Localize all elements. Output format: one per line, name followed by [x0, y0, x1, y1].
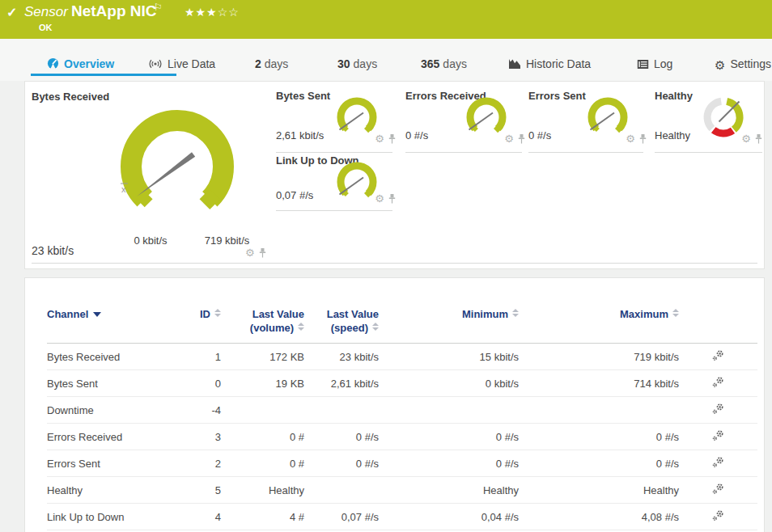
- column-sublabel: (volume): [250, 322, 294, 334]
- column-header-actions: [679, 278, 757, 344]
- gauge-settings-icon[interactable]: ⚙: [741, 135, 751, 143]
- last-value-volume: [221, 397, 304, 424]
- channel-id: 3: [189, 424, 221, 450]
- divider: [405, 152, 522, 153]
- column-label: Maximum: [620, 308, 668, 320]
- tab-2-days-label: days: [265, 57, 289, 70]
- column-label: Last Value: [327, 308, 379, 320]
- column-header-id[interactable]: ID: [189, 278, 221, 344]
- pin-icon[interactable]: [518, 134, 525, 144]
- gauge-current-value: 23 kbit/s: [32, 244, 74, 257]
- channel-settings-icon[interactable]: [712, 456, 724, 468]
- gauge-settings-icon[interactable]: ⚙: [245, 249, 255, 257]
- pin-icon[interactable]: [388, 134, 396, 144]
- gauge-max-label: 719 kbit/s: [189, 234, 265, 247]
- gauge-current-value: 2,61 kbit/s: [276, 129, 324, 141]
- stars-empty[interactable]: ☆☆: [218, 6, 240, 19]
- tab-30-days[interactable]: 30days: [337, 57, 377, 70]
- last-value-volume: 19 KB: [221, 370, 304, 397]
- priority-stars[interactable]: ★★★☆☆: [185, 6, 240, 19]
- last-value-speed: [304, 397, 379, 424]
- gauge-settings-icon[interactable]: ⚙: [375, 195, 384, 203]
- channel-name: Bytes Sent: [47, 370, 189, 397]
- gauge-settings-icon[interactable]: ⚙: [375, 135, 384, 143]
- column-label: Channel: [47, 308, 88, 320]
- gauge-tile-bytes-sent: Bytes Sent 2,61 kbit/s ⚙: [276, 87, 396, 148]
- maximum-value: 719 kbit/s: [519, 344, 679, 370]
- channel-settings-icon[interactable]: [712, 509, 724, 521]
- gauge-needle: [137, 152, 195, 196]
- last-value-speed: [304, 477, 379, 504]
- sort-icon: [298, 323, 304, 331]
- gauge-title: Healthy: [655, 90, 693, 102]
- tab-settings-label: Settings: [730, 57, 771, 70]
- channel-settings-icon[interactable]: [712, 483, 724, 495]
- last-value-volume: Healthy: [221, 477, 304, 504]
- pin-icon[interactable]: [388, 194, 396, 204]
- tab-2-days[interactable]: 2days: [255, 57, 288, 70]
- channel-name: Healthy: [47, 477, 189, 504]
- column-label: Minimum: [462, 308, 508, 320]
- tab-overview[interactable]: Overview: [47, 57, 114, 72]
- pin-icon[interactable]: [639, 134, 647, 144]
- column-label: Last Value: [252, 308, 304, 320]
- gauge-settings-icon[interactable]: ⚙: [504, 135, 514, 143]
- last-value-speed: 2,61 kbit/s: [304, 370, 379, 397]
- channel-settings-icon[interactable]: [712, 429, 724, 441]
- minimum-value: Healthy: [379, 477, 519, 504]
- column-header-maximum[interactable]: Maximum: [519, 278, 679, 344]
- tab-365-days[interactable]: 365days: [421, 57, 467, 70]
- channel-settings-icon[interactable]: [712, 376, 724, 388]
- last-value-volume: 172 KB: [221, 344, 304, 370]
- maximum-value: Healthy: [519, 477, 679, 504]
- channel-settings-icon[interactable]: [712, 403, 724, 415]
- channel-name: Link Up to Down: [47, 504, 189, 530]
- channel-settings-icon[interactable]: [712, 349, 724, 361]
- gauge-tile-actions: ⚙: [375, 194, 396, 204]
- maximum-value: 714 kbit/s: [519, 370, 679, 397]
- maximum-value: 0 #/s: [519, 424, 679, 450]
- mean-marker: x: [121, 184, 126, 194]
- column-header-minimum[interactable]: Minimum: [379, 278, 519, 344]
- tab-settings[interactable]: ⚙Settings: [715, 57, 771, 73]
- gauge-current-value: 0,07 #/s: [276, 189, 313, 201]
- table-row: Bytes Received 1 172 KB 23 kbit/s 15 kbi…: [47, 344, 757, 370]
- last-value-speed: 0 #/s: [304, 450, 379, 477]
- bytes-received-gauge: x: [96, 92, 258, 231]
- sorted-desc-icon: [93, 312, 101, 317]
- column-header-last-value-speed[interactable]: Last Value(speed): [304, 278, 379, 344]
- table-row: Link Up to Down 4 4 # 0,07 #/s 0,04 #/s …: [47, 504, 757, 530]
- maximum-value: [519, 397, 679, 424]
- pin-icon[interactable]: [755, 134, 762, 144]
- sort-icon: [512, 309, 519, 317]
- stars-filled[interactable]: ★★★: [185, 6, 218, 19]
- gear-icon: ⚙: [715, 58, 725, 73]
- last-value-speed: 0,07 #/s: [304, 504, 379, 530]
- divider: [528, 152, 643, 153]
- gauge-settings-icon[interactable]: ⚙: [626, 135, 635, 143]
- flag-icon[interactable]: ⚐: [154, 2, 163, 13]
- channel-id: 2: [189, 450, 221, 477]
- tab-live-data[interactable]: Live Data: [148, 57, 215, 72]
- tab-historic-data[interactable]: Historic Data: [508, 57, 591, 72]
- column-header-last-value-volume[interactable]: Last Value(volume): [221, 278, 304, 344]
- gauge-tile-actions: ⚙: [375, 134, 396, 144]
- table-row: Errors Sent 2 0 # 0 #/s 0 #/s 0 #/s: [47, 450, 757, 477]
- gauge-title: Errors Sent: [528, 90, 586, 102]
- last-value-volume: 0 #: [221, 424, 304, 450]
- gauge-current-value: Healthy: [655, 129, 690, 141]
- tab-log[interactable]: Log: [637, 57, 672, 72]
- minimum-value: 0 #/s: [379, 424, 519, 450]
- table-row: Bytes Sent 0 19 KB 2,61 kbit/s 0 kbit/s …: [47, 370, 757, 397]
- channel-table-panel: Channel ID Last Value(volume) Last Value…: [24, 277, 765, 532]
- minimum-value: [379, 397, 519, 424]
- area-chart-icon: [508, 58, 521, 72]
- gauge-tile-actions: ⚙: [626, 134, 647, 144]
- pin-icon[interactable]: [259, 248, 266, 258]
- minimum-value: 0 kbit/s: [379, 370, 519, 397]
- tab-historic-data-label: Historic Data: [526, 57, 591, 70]
- maximum-value: 0 #/s: [519, 450, 679, 477]
- column-sublabel: (speed): [331, 322, 368, 334]
- sensor-status-bar: ✓ Sensor NetApp NIC ⚐ ★★★☆☆ OK: [0, 0, 772, 39]
- column-header-channel[interactable]: Channel: [47, 278, 189, 344]
